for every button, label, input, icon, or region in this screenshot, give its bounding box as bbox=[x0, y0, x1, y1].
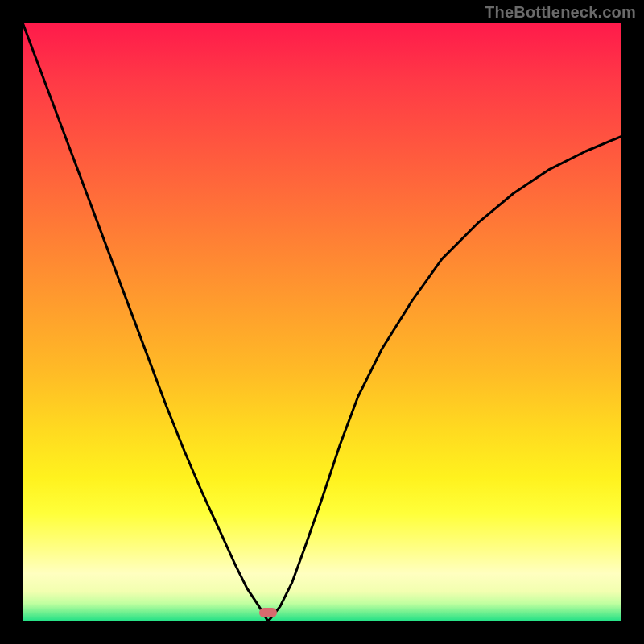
plot-area bbox=[23, 23, 621, 621]
optimum-marker bbox=[259, 608, 277, 617]
bottleneck-curve bbox=[23, 23, 621, 621]
watermark-text: TheBottleneck.com bbox=[485, 3, 636, 22]
